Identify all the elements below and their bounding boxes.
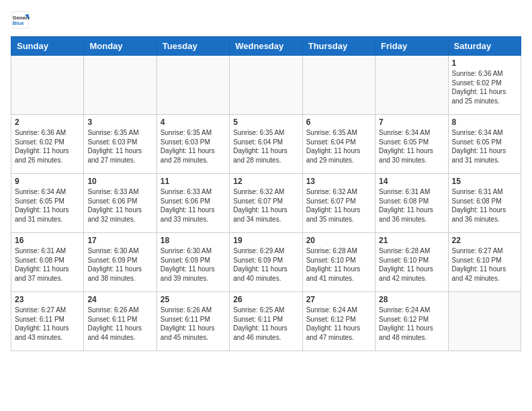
day-number: 15: [452, 177, 517, 186]
day-number: 16: [15, 236, 80, 245]
calendar-cell: 23Sunrise: 6:27 AM Sunset: 6:11 PM Dayli…: [11, 292, 84, 351]
day-number: 6: [306, 118, 371, 127]
svg-text:Blue: Blue: [13, 20, 24, 26]
calendar-cell: 1Sunrise: 6:36 AM Sunset: 6:02 PM Daylig…: [448, 56, 521, 115]
logo: General Blue: [11, 11, 31, 30]
day-info: Sunrise: 6:33 AM Sunset: 6:06 PM Dayligh…: [87, 187, 152, 224]
weekday-header: Monday: [84, 37, 157, 56]
calendar-cell: 15Sunrise: 6:31 AM Sunset: 6:08 PM Dayli…: [448, 174, 521, 233]
calendar-cell: 10Sunrise: 6:33 AM Sunset: 6:06 PM Dayli…: [84, 174, 157, 233]
calendar-cell: [302, 56, 375, 115]
calendar-cell: 28Sunrise: 6:24 AM Sunset: 6:12 PM Dayli…: [375, 292, 448, 351]
calendar-cell: 3Sunrise: 6:35 AM Sunset: 6:03 PM Daylig…: [84, 115, 157, 174]
calendar-cell: 9Sunrise: 6:34 AM Sunset: 6:05 PM Daylig…: [11, 174, 84, 233]
day-number: 23: [15, 295, 80, 304]
day-info: Sunrise: 6:25 AM Sunset: 6:11 PM Dayligh…: [233, 306, 298, 342]
calendar-cell: [375, 56, 448, 115]
day-number: 3: [87, 118, 152, 127]
calendar-cell: 6Sunrise: 6:35 AM Sunset: 6:04 PM Daylig…: [302, 115, 375, 174]
day-info: Sunrise: 6:35 AM Sunset: 6:04 PM Dayligh…: [306, 128, 371, 165]
day-number: 28: [379, 295, 444, 304]
day-info: Sunrise: 6:26 AM Sunset: 6:11 PM Dayligh…: [161, 306, 226, 342]
calendar-header: SundayMondayTuesdayWednesdayThursdayFrid…: [11, 37, 521, 56]
day-info: Sunrise: 6:29 AM Sunset: 6:09 PM Dayligh…: [233, 246, 298, 283]
day-info: Sunrise: 6:36 AM Sunset: 6:02 PM Dayligh…: [452, 69, 517, 105]
calendar-cell: 24Sunrise: 6:26 AM Sunset: 6:11 PM Dayli…: [84, 292, 157, 351]
day-info: Sunrise: 6:35 AM Sunset: 6:04 PM Dayligh…: [233, 128, 298, 165]
day-info: Sunrise: 6:27 AM Sunset: 6:11 PM Dayligh…: [15, 306, 80, 342]
page-header: General Blue: [11, 11, 521, 30]
day-info: Sunrise: 6:33 AM Sunset: 6:06 PM Dayligh…: [161, 187, 226, 224]
day-info: Sunrise: 6:36 AM Sunset: 6:02 PM Dayligh…: [15, 128, 80, 165]
calendar-cell: 7Sunrise: 6:34 AM Sunset: 6:05 PM Daylig…: [375, 115, 448, 174]
day-info: Sunrise: 6:26 AM Sunset: 6:11 PM Dayligh…: [87, 306, 152, 342]
day-number: 25: [161, 295, 226, 304]
day-info: Sunrise: 6:32 AM Sunset: 6:07 PM Dayligh…: [306, 187, 371, 224]
calendar-cell: 11Sunrise: 6:33 AM Sunset: 6:06 PM Dayli…: [157, 174, 229, 233]
weekday-header: Wednesday: [230, 37, 302, 56]
day-number: 8: [452, 118, 517, 127]
day-number: 1: [452, 58, 517, 68]
day-info: Sunrise: 6:30 AM Sunset: 6:09 PM Dayligh…: [87, 246, 152, 283]
day-info: Sunrise: 6:34 AM Sunset: 6:05 PM Dayligh…: [379, 128, 444, 165]
calendar-cell: [448, 292, 521, 351]
day-number: 9: [15, 177, 80, 186]
calendar-cell: 25Sunrise: 6:26 AM Sunset: 6:11 PM Dayli…: [157, 292, 229, 351]
day-number: 4: [161, 118, 226, 127]
day-number: 5: [233, 118, 298, 127]
day-info: Sunrise: 6:28 AM Sunset: 6:10 PM Dayligh…: [379, 246, 444, 283]
day-number: 22: [452, 236, 517, 245]
day-number: 19: [233, 236, 298, 245]
calendar-table: SundayMondayTuesdayWednesdayThursdayFrid…: [11, 36, 521, 351]
calendar-cell: 20Sunrise: 6:28 AM Sunset: 6:10 PM Dayli…: [302, 233, 375, 292]
calendar-cell: 2Sunrise: 6:36 AM Sunset: 6:02 PM Daylig…: [11, 115, 84, 174]
day-info: Sunrise: 6:31 AM Sunset: 6:08 PM Dayligh…: [379, 187, 444, 224]
calendar-cell: [230, 56, 302, 115]
calendar-cell: 26Sunrise: 6:25 AM Sunset: 6:11 PM Dayli…: [230, 292, 302, 351]
day-number: 11: [161, 177, 226, 186]
calendar-cell: 12Sunrise: 6:32 AM Sunset: 6:07 PM Dayli…: [230, 174, 302, 233]
calendar-cell: 27Sunrise: 6:24 AM Sunset: 6:12 PM Dayli…: [302, 292, 375, 351]
day-info: Sunrise: 6:28 AM Sunset: 6:10 PM Dayligh…: [306, 246, 371, 283]
weekday-header: Thursday: [302, 37, 375, 56]
day-number: 12: [233, 177, 298, 186]
logo-icon: General Blue: [11, 11, 30, 30]
calendar-cell: 13Sunrise: 6:32 AM Sunset: 6:07 PM Dayli…: [302, 174, 375, 233]
calendar-cell: 18Sunrise: 6:30 AM Sunset: 6:09 PM Dayli…: [157, 233, 229, 292]
day-number: 17: [87, 236, 152, 245]
day-number: 18: [161, 236, 226, 245]
day-number: 24: [87, 295, 152, 304]
calendar-cell: [84, 56, 157, 115]
day-info: Sunrise: 6:35 AM Sunset: 6:03 PM Dayligh…: [87, 128, 152, 165]
day-number: 13: [306, 177, 371, 186]
day-info: Sunrise: 6:31 AM Sunset: 6:08 PM Dayligh…: [452, 187, 517, 224]
weekday-header: Friday: [375, 37, 448, 56]
calendar-cell: 22Sunrise: 6:27 AM Sunset: 6:10 PM Dayli…: [448, 233, 521, 292]
calendar-cell: 5Sunrise: 6:35 AM Sunset: 6:04 PM Daylig…: [230, 115, 302, 174]
calendar-cell: 17Sunrise: 6:30 AM Sunset: 6:09 PM Dayli…: [84, 233, 157, 292]
day-number: 2: [15, 118, 80, 127]
day-number: 27: [306, 295, 371, 304]
day-number: 14: [379, 177, 444, 186]
weekday-header: Tuesday: [157, 37, 229, 56]
calendar-cell: [11, 56, 84, 115]
calendar-cell: 21Sunrise: 6:28 AM Sunset: 6:10 PM Dayli…: [375, 233, 448, 292]
calendar-cell: 4Sunrise: 6:35 AM Sunset: 6:03 PM Daylig…: [157, 115, 229, 174]
day-info: Sunrise: 6:30 AM Sunset: 6:09 PM Dayligh…: [161, 246, 226, 283]
day-info: Sunrise: 6:24 AM Sunset: 6:12 PM Dayligh…: [379, 306, 444, 342]
weekday-header: Saturday: [448, 37, 521, 56]
day-info: Sunrise: 6:31 AM Sunset: 6:08 PM Dayligh…: [15, 246, 80, 283]
weekday-header: Sunday: [11, 37, 84, 56]
day-number: 26: [233, 295, 298, 304]
day-number: 21: [379, 236, 444, 245]
calendar-cell: [157, 56, 229, 115]
day-info: Sunrise: 6:24 AM Sunset: 6:12 PM Dayligh…: [306, 306, 371, 342]
calendar-cell: 14Sunrise: 6:31 AM Sunset: 6:08 PM Dayli…: [375, 174, 448, 233]
day-info: Sunrise: 6:34 AM Sunset: 6:05 PM Dayligh…: [452, 128, 517, 165]
calendar-cell: 16Sunrise: 6:31 AM Sunset: 6:08 PM Dayli…: [11, 233, 84, 292]
day-info: Sunrise: 6:27 AM Sunset: 6:10 PM Dayligh…: [452, 246, 517, 283]
day-number: 20: [306, 236, 371, 245]
calendar-cell: 8Sunrise: 6:34 AM Sunset: 6:05 PM Daylig…: [448, 115, 521, 174]
day-number: 7: [379, 118, 444, 127]
day-number: 10: [87, 177, 152, 186]
